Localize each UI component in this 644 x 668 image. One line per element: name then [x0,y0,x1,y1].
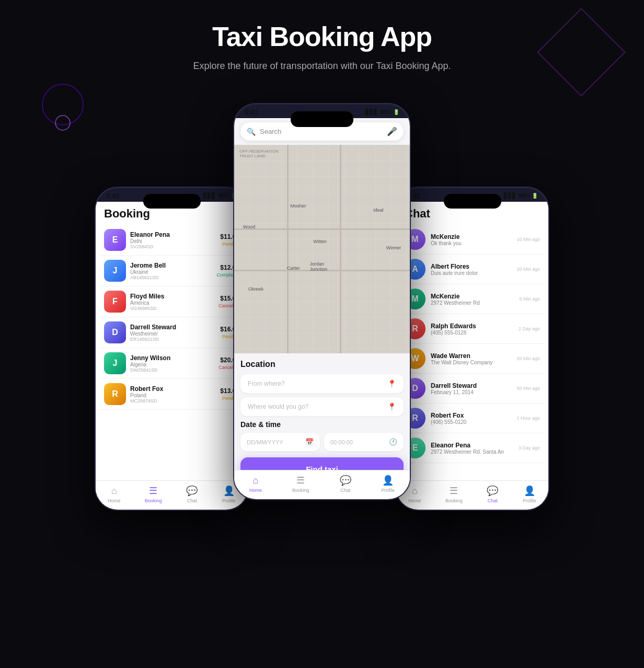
chat-info: Robert Fox (406) 555-0120 [431,412,511,425]
chat-info: Darrell Steward February 11, 2014 [431,382,511,395]
nav-icon-chat: 💬 [487,485,498,497]
booking-item[interactable]: J Jerome Bell Ukraine AB145621SD $12.00 … [100,256,244,286]
search-icon: 🔍 [247,128,256,136]
map-label-carter: Carter [287,266,300,271]
nav-item-booking[interactable]: ☰ Booking [445,485,463,503]
nav-item-profile[interactable]: 👤 Profile [381,475,395,493]
bottom-nav-right: ⌂ Home ☰ Booking 💬 Chat 👤 Profile [396,480,548,510]
avatar-initial: F [104,291,126,313]
booking-avatar: D [104,321,126,343]
booking-id: SV2584SD [130,244,216,249]
chat-name: McKenzie [431,293,514,300]
from-input[interactable]: From where? 📍 [240,374,404,393]
nav-label-chat: Chat [187,498,197,503]
bottom-nav-left: ⌂ Home ☰ Booking 💬 Chat 👤 Profile [96,480,248,510]
location-form: Location From where? 📍 Where would you g… [234,353,410,487]
phones-container: 9:41 ▋▋▋ WiFi 🔋 Booking E Eleanor Pena D… [10,103,634,500]
booking-list: E Eleanor Pena Delhi SV2584SD $11.00 Pen… [96,225,248,498]
phone-home: 9:41 ▋▋▋ WiFi 🔋 🔍 Search 🎤 O [233,103,411,500]
chat-name: Wade Warren [431,352,511,360]
chat-item[interactable]: A Albert Flores Duis aute irure dolor 20… [400,255,544,284]
status-icons-center: ▋▋▋ WiFi 🔋 [365,109,399,115]
booking-item[interactable]: F Floyd Miles America VG36985SD $15.00 C… [100,286,244,317]
map-label-wood: Wood [243,224,255,229]
nav-item-home[interactable]: ⌂ Home [408,486,421,503]
chat-item[interactable]: W Wade Warren The Walt Disney Company 20… [400,344,544,374]
nav-label-home: Home [408,498,421,503]
chat-item[interactable]: M McKenzie Ok thank you 10 Min ago [400,225,544,255]
nav-icon-home: ⌂ [412,486,418,497]
from-pin-icon: 📍 [387,379,396,388]
chat-time: 3 Day ago [519,445,540,451]
nav-item-chat[interactable]: 💬 Chat [186,485,198,503]
dynamic-island-center [291,111,353,127]
nav-item-profile[interactable]: 👤 Profile [523,485,536,503]
nav-item-booking[interactable]: ☰ Booking [292,475,309,493]
home-screen: 🔍 Search 🎤 OFF-RESERVATIONTRUST LAND Ide… [234,118,410,487]
mic-icon[interactable]: 🎤 [387,126,397,136]
chat-item[interactable]: R Ralph Edwards (405) 555-0128 2 Day ago [400,314,544,344]
chat-message: (405) 555-0128 [431,330,513,336]
nav-icon-booking: ☰ [296,475,305,486]
chat-item[interactable]: M McKenzie 2972 Westheimer Rd 5 Min ago [400,284,544,314]
map-label-mosher: Mosher [291,203,306,209]
booking-item[interactable]: J Jenny Wilson Algeria DW25841SD $20.00 … [100,348,244,379]
to-input[interactable]: Where would you go? 📍 [240,397,404,416]
booking-location: Westheimer [130,331,216,337]
from-placeholder: From where? [248,380,383,387]
status-icons-right: ▋▋▋ WiFi 🔋 [504,193,538,199]
chat-info: Albert Flores Duis aute irure dolor [431,263,511,276]
chat-time: 2 Hour ago [516,416,540,421]
nav-icon-home: ⌂ [253,475,259,486]
status-icons-left: ▋▋▋ WiFi 🔋 [203,193,237,199]
bg-decoration-diamond [537,8,626,97]
nav-item-home[interactable]: ⌂ Home [249,475,262,493]
chat-name: Eleanor Pena [431,442,513,449]
nav-label-profile: Profile [381,488,395,493]
nav-item-home[interactable]: ⌂ Home [108,486,120,503]
chat-time: 5 Min ago [519,296,540,302]
time-input[interactable]: 00:00:00 🕐 [324,433,404,451]
chat-message: The Walt Disney Company [431,360,511,365]
bottom-nav-center: ⌂ Home ☰ Booking 💬 Chat 👤 Profile [234,470,410,499]
booking-location: Algeria [130,362,214,367]
booking-item[interactable]: D Darrell Steward Westheimer ER145621SD … [100,317,244,348]
nav-item-chat[interactable]: 💬 Chat [340,475,351,493]
booking-item[interactable]: R Robert Fox Poland MC25874SD $13.00 Pen… [100,379,244,410]
date-input[interactable]: DD/MM/YYYY 📅 [240,433,320,451]
chat-message: 2972 Westheimer Rd [431,300,514,306]
booking-info: Robert Fox Poland MC25874SD [130,385,216,404]
booking-id: ER145621SD [130,337,216,342]
chat-list: M McKenzie Ok thank you 10 Min ago A Alb… [396,225,548,498]
map-road-v2 [340,145,341,353]
nav-icon-profile: 👤 [223,485,235,497]
date-placeholder: DD/MM/YYYY [247,439,302,445]
wifi-icon-c: WiFi [380,109,391,115]
datetime-row: DD/MM/YYYY 📅 00:00:00 🕐 [240,433,404,451]
chat-info: McKenzie Ok thank you [431,233,511,246]
booking-item[interactable]: E Eleanor Pena Delhi SV2584SD $11.00 Pen… [100,225,244,256]
booking-avatar: R [104,383,126,405]
avatar-initial: D [104,321,126,343]
chat-item[interactable]: R Robert Fox (406) 555-0120 2 Hour ago [400,404,544,433]
booking-name: Darrell Steward [130,324,216,331]
chat-name: Albert Flores [431,263,511,270]
chat-item[interactable]: E Eleanor Pena 2972 Westheimer Rd. Santa… [400,433,544,463]
chat-title: Chat [405,207,540,221]
booking-info: Jenny Wilson Algeria DW25841SD [130,354,214,373]
booking-avatar: E [104,229,126,251]
nav-icon-profile: 👤 [382,475,394,486]
nav-icon-booking: ☰ [149,485,157,497]
nav-item-chat[interactable]: 💬 Chat [487,485,498,503]
nav-label-profile: Profile [523,498,536,503]
to-placeholder: Where would you go? [248,403,383,410]
nav-icon-home: ⌂ [111,486,117,497]
nav-item-booking[interactable]: ☰ Booking [145,485,162,503]
booking-name: Floyd Miles [130,293,214,300]
booking-name: Robert Fox [130,385,216,393]
map-label-okreek: Okreek [248,286,263,292]
search-input[interactable]: Search [260,128,383,135]
nav-item-profile[interactable]: 👤 Profile [222,485,236,503]
chat-item[interactable]: D Darrell Steward February 11, 2014 50 M… [400,374,544,404]
battery-icon-r: 🔋 [532,193,538,199]
